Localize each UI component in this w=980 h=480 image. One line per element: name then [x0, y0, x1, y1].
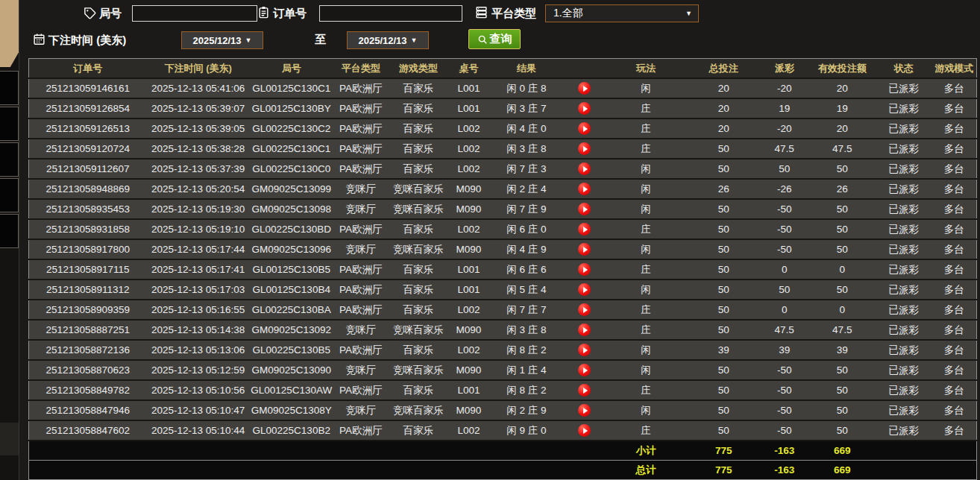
game-no-cell: GM09025C13098 [250, 199, 333, 219]
game-mode-cell: 多台 [932, 199, 976, 219]
order-no-cell: 251213058917115 [29, 259, 147, 280]
col-bet-on: 玩法 [605, 59, 687, 79]
play-replay-icon[interactable] [578, 82, 591, 95]
bet-on-cell: 庄 [605, 420, 687, 440]
game-no-label: 局号 [99, 7, 122, 21]
play-replay-icon[interactable] [578, 283, 591, 296]
order-no-input[interactable] [319, 5, 462, 22]
play-replay-icon[interactable] [578, 424, 591, 437]
play-replay-icon[interactable] [578, 323, 591, 336]
replay-cell [564, 400, 605, 420]
replay-cell [564, 280, 605, 300]
total-bet-cell: 50 [687, 219, 760, 239]
total-bet-cell: 26 [687, 179, 760, 199]
table-row: 251213058847602 2025-12-13 05:10:44 GL00… [29, 420, 977, 440]
game-mode-cell: 多台 [932, 360, 976, 380]
play-replay-icon[interactable] [578, 223, 591, 236]
platform-cell: PA欧洲厅 [333, 259, 389, 280]
replay-cell [564, 199, 605, 219]
table-no-cell: L001 [448, 280, 489, 300]
total-bet-cell: 50 [687, 139, 760, 159]
game-mode-cell: 多台 [932, 320, 976, 340]
table-no-cell: L001 [448, 98, 489, 119]
play-replay-icon[interactable] [578, 364, 591, 376]
bet-time-cell: 2025-12-13 05:10:47 [147, 400, 250, 420]
result-cell: 闲 7 庄 7 [489, 300, 564, 320]
replay-cell [564, 259, 605, 280]
order-no-cell: 251213058935453 [29, 199, 147, 219]
valid-bet-cell: 20 [808, 78, 876, 98]
game-no-input[interactable] [132, 5, 257, 22]
status-cell: 已派彩 [876, 340, 932, 360]
date-to-select[interactable]: 2025/12/13 ▼ [347, 31, 429, 49]
payout-cell: -50 [760, 239, 808, 259]
game-mode-cell: 多台 [932, 239, 976, 259]
payout-cell: -20 [760, 78, 808, 98]
play-replay-icon[interactable] [578, 142, 591, 155]
col-game-type: 游戏类型 [389, 59, 448, 79]
bet-on-cell: 庄 [605, 300, 687, 320]
payout-cell: 50 [760, 159, 808, 179]
bet-time-cell: 2025-12-13 05:10:44 [147, 420, 250, 440]
game-mode-cell: 多台 [932, 159, 976, 179]
order-no-cell: 251213058872136 [29, 340, 147, 360]
result-cell: 闲 9 庄 0 [489, 420, 564, 440]
table-no-cell: M090 [448, 239, 489, 259]
payout-cell: -20 [760, 119, 808, 139]
play-replay-icon[interactable] [578, 183, 591, 195]
bet-on-cell: 庄 [605, 98, 687, 119]
valid-bet-cell: 26 [808, 179, 876, 199]
table-no-cell: L001 [448, 78, 489, 98]
valid-bet-cell: 50 [808, 360, 876, 380]
play-replay-icon[interactable] [578, 263, 591, 276]
bet-time-cell: 2025-12-13 05:19:30 [147, 199, 250, 219]
valid-bet-cell: 50 [808, 199, 876, 219]
platform-type-select[interactable]: 1.全部 ▼ [545, 4, 699, 22]
status-cell: 已派彩 [876, 159, 932, 179]
play-replay-icon[interactable] [578, 162, 591, 175]
play-replay-icon[interactable] [578, 404, 591, 417]
query-button[interactable]: 查询 [468, 29, 521, 49]
platform-cell: PA欧洲厅 [333, 300, 389, 320]
result-cell: 闲 3 庄 8 [489, 139, 564, 159]
platform-type-value: 1.全部 [553, 7, 583, 20]
table-no-cell: L001 [448, 259, 489, 280]
replay-cell [564, 78, 605, 98]
play-replay-icon[interactable] [578, 384, 591, 397]
background-block [0, 214, 19, 248]
game-mode-cell: 多台 [932, 259, 976, 280]
table-no-cell: M090 [448, 360, 489, 380]
platform-cell: PA欧洲厅 [333, 119, 389, 139]
result-cell: 闲 4 庄 9 [489, 239, 564, 259]
background-block [0, 107, 19, 141]
play-replay-icon[interactable] [578, 303, 591, 316]
table-no-cell: L002 [448, 119, 489, 139]
platform-cell: 竞咪厅 [333, 199, 389, 219]
game-type-cell: 百家乐 [389, 78, 448, 98]
table-row: 251213058887251 2025-12-13 05:14:38 GM09… [29, 320, 977, 340]
date-from-select[interactable]: 2025/12/13 ▼ [181, 31, 263, 49]
bet-on-cell: 庄 [605, 380, 687, 400]
col-status: 状态 [876, 59, 932, 79]
play-replay-icon[interactable] [578, 344, 591, 356]
table-no-cell: L002 [448, 300, 489, 320]
payout-cell: 19 [760, 98, 808, 119]
game-type-cell: 百家乐 [389, 380, 448, 400]
chevron-down-icon: ▼ [685, 10, 692, 17]
col-platform: 平台类型 [333, 59, 389, 79]
game-type-cell: 竞咪百家乐 [389, 360, 448, 380]
total-bet-cell: 50 [687, 280, 760, 300]
subtotal-row: 小计 775 -163 669 [29, 440, 977, 461]
valid-bet-cell: 39 [808, 340, 876, 360]
col-payout: 派彩 [760, 59, 808, 79]
payout-cell: -50 [760, 199, 808, 219]
play-replay-icon[interactable] [578, 122, 591, 135]
date-to-label: 至 [315, 33, 326, 47]
replay-cell [564, 179, 605, 199]
play-replay-icon[interactable] [578, 243, 591, 256]
subtotal-valid-bet: 669 [808, 440, 876, 461]
table-row: 251213059126513 2025-12-13 05:39:05 GL00… [29, 119, 977, 139]
play-replay-icon[interactable] [578, 203, 591, 215]
date-from-value: 2025/12/13 [193, 35, 242, 46]
play-replay-icon[interactable] [578, 102, 591, 115]
